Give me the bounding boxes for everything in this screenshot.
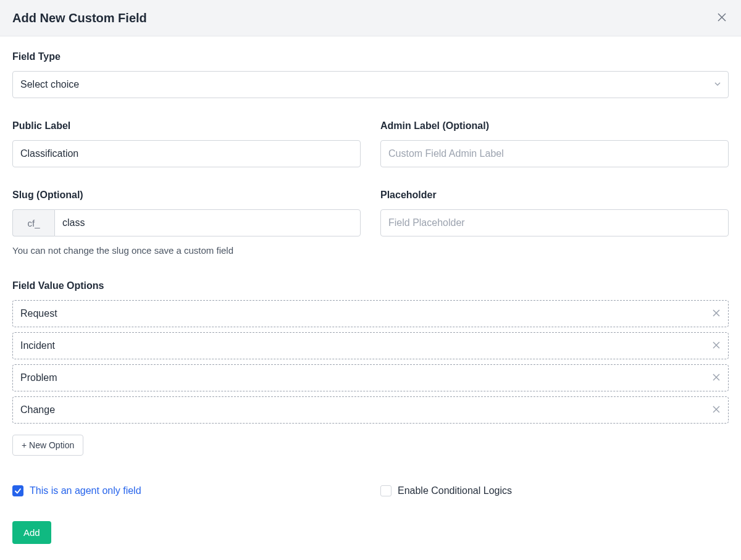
slug-prefix: cf_: [12, 209, 54, 236]
add-button[interactable]: Add: [12, 521, 51, 544]
modal-title: Add New Custom Field: [12, 11, 147, 25]
option-input[interactable]: [12, 396, 729, 424]
option-input[interactable]: [12, 300, 729, 327]
option-row: [12, 364, 729, 391]
placeholder-label: Placeholder: [380, 190, 729, 201]
close-icon[interactable]: [715, 10, 729, 26]
field-type-select[interactable]: Select choice: [12, 71, 729, 98]
slug-help-text: You can not change the slug once save a …: [12, 245, 361, 256]
new-option-button[interactable]: + New Option: [12, 435, 83, 456]
admin-label-input[interactable]: [380, 140, 729, 167]
remove-option-icon[interactable]: [710, 403, 722, 417]
field-type-selected: Select choice: [12, 71, 729, 98]
slug-label: Slug (Optional): [12, 190, 361, 201]
remove-option-icon[interactable]: [710, 338, 722, 353]
admin-label-label: Admin Label (Optional): [380, 120, 729, 132]
public-label-input[interactable]: [12, 140, 361, 167]
placeholder-input[interactable]: [380, 209, 729, 236]
conditional-logics-label[interactable]: Enable Conditional Logics: [398, 485, 512, 496]
field-type-label: Field Type: [12, 51, 729, 62]
remove-option-icon[interactable]: [710, 370, 722, 385]
option-input[interactable]: [12, 332, 729, 359]
modal-body: Field Type Select choice Public Label Ad…: [0, 36, 741, 559]
option-row: [12, 300, 729, 327]
public-label-label: Public Label: [12, 120, 361, 132]
option-input[interactable]: [12, 364, 729, 391]
slug-input[interactable]: [54, 209, 361, 236]
field-value-options-label: Field Value Options: [12, 280, 729, 291]
modal-header: Add New Custom Field: [0, 0, 741, 36]
option-row: [12, 396, 729, 424]
conditional-logics-checkbox[interactable]: [380, 485, 391, 496]
remove-option-icon[interactable]: [710, 306, 722, 321]
option-row: [12, 332, 729, 359]
agent-only-label[interactable]: This is an agent only field: [30, 485, 141, 496]
agent-only-checkbox[interactable]: [12, 485, 23, 496]
